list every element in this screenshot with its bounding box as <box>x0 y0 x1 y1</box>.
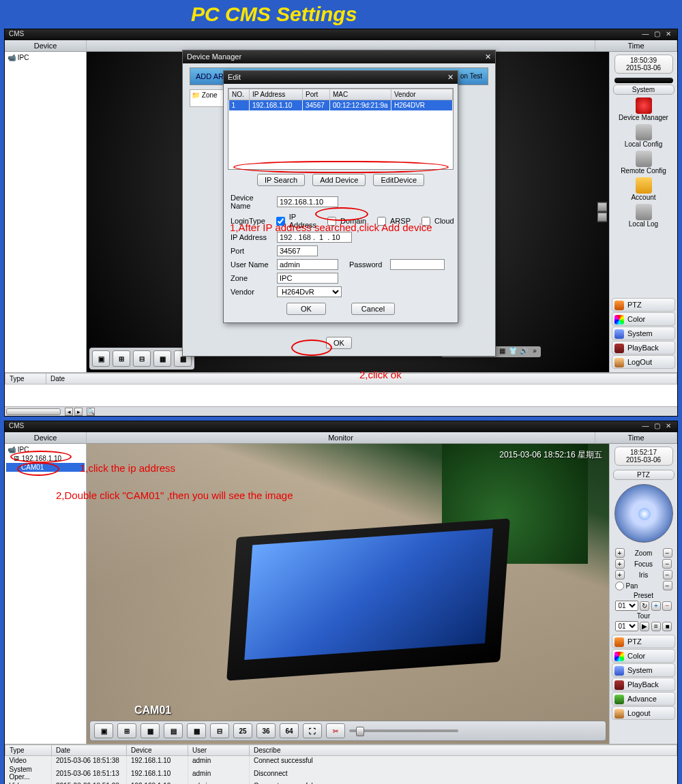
layout-16-icon[interactable]: ▦ <box>153 350 171 367</box>
volume-slider[interactable] <box>349 729 458 732</box>
preset-add-button[interactable]: + <box>651 601 661 611</box>
tb-layout1-icon[interactable]: ▣ <box>94 723 113 738</box>
tb-disconnect-icon[interactable]: ✂ <box>326 723 345 738</box>
osd-timestamp: 2015-03-06 18:52:16 星期五 <box>499 449 602 461</box>
tour-list-icon[interactable]: ≡ <box>651 622 661 631</box>
live-view[interactable]: 2015-03-06 18:52:16 星期五 CAM01 ▣ ⊞ ▦ ▤ ▩ … <box>87 444 609 744</box>
gear-icon <box>636 124 652 140</box>
layout-9-icon[interactable]: ⊟ <box>133 350 151 367</box>
search-icon[interactable]: 🔍 <box>87 408 95 416</box>
scroll-left-icon[interactable]: ◂ <box>65 408 73 416</box>
username-input[interactable] <box>277 259 338 270</box>
tb-36-button[interactable]: 36 <box>256 723 276 738</box>
zoom-in-button[interactable]: + <box>615 548 625 558</box>
zoom-out-button[interactable]: − <box>663 548 672 558</box>
result-row-selected[interactable]: 1 192.168.1.10 34567 00:12:12:9d:21:9a H… <box>229 100 453 111</box>
preset-select[interactable]: 01 <box>615 601 638 611</box>
sidemenu2-system[interactable]: System <box>612 663 675 677</box>
devname-label: Device Name <box>231 194 273 210</box>
tb-64-button[interactable]: 64 <box>280 723 299 738</box>
device-manager-button[interactable]: Device Manager <box>617 96 671 121</box>
tb-layout9-icon[interactable]: ▩ <box>187 723 206 738</box>
ok-button[interactable]: OK <box>286 303 326 315</box>
screen-icon <box>636 151 652 167</box>
tb-layout8-icon[interactable]: ▤ <box>164 723 183 738</box>
preset-del-button[interactable]: − <box>662 601 672 611</box>
shirt-icon[interactable]: 👕 <box>508 347 518 357</box>
pan-label: Pan <box>624 582 663 590</box>
iris-close-button[interactable]: − <box>663 570 672 579</box>
edit-dialog: Edit✕ NO. IP Address Port MAC Vendor 1 1… <box>223 70 458 323</box>
maximize-icon-2[interactable]: ▢ <box>652 422 662 429</box>
tb-layout4-icon[interactable]: ⊞ <box>117 723 136 738</box>
ptz-center-icon[interactable] <box>638 508 651 520</box>
password-input[interactable] <box>390 259 445 270</box>
nav-down-icon[interactable] <box>597 213 607 222</box>
sidemenu-ptz[interactable]: PTZ <box>612 298 675 312</box>
grid-icon[interactable]: ▦ <box>497 347 507 357</box>
tb-25-button[interactable]: 25 <box>233 723 252 738</box>
cell-no: 1 <box>229 100 250 111</box>
anno2-circle-cam <box>17 462 59 476</box>
edit-close-icon[interactable]: ✕ <box>447 73 454 82</box>
sidemenu-system[interactable]: System <box>612 327 675 340</box>
tb-fullscreen-icon[interactable]: ⛶ <box>303 723 322 738</box>
ptz-direction-pad[interactable] <box>614 484 673 543</box>
scroll-right-icon[interactable]: ▸ <box>74 408 83 416</box>
preset-go-icon[interactable]: ↻ <box>640 601 649 611</box>
account-button[interactable]: Account <box>617 176 671 201</box>
tb-layout16-icon[interactable]: ⊟ <box>210 723 229 738</box>
sidemenu2-color[interactable]: Color <box>612 649 675 663</box>
tour-select[interactable]: 01 <box>615 621 638 631</box>
tour-play-icon[interactable]: ▶ <box>640 622 649 631</box>
vendor-select[interactable]: H264DvR <box>277 286 342 297</box>
add-device-button[interactable]: Add Device <box>312 174 366 186</box>
alarm-icon <box>636 97 652 114</box>
device-tree-2[interactable]: 📹 IPC 🖥 192.168.1.10 CAM01 <box>5 444 87 744</box>
tree-root[interactable]: 📹 IPC <box>6 53 85 62</box>
edit-device-button[interactable]: EditDevice <box>373 174 424 186</box>
device-tree[interactable]: 📹 IPC <box>5 52 87 372</box>
sidemenu-logout[interactable]: LogOut <box>612 355 675 369</box>
volume-icon[interactable]: 🔊 <box>519 347 529 357</box>
app-name: CMS <box>9 30 24 40</box>
layout-1-icon[interactable]: ▣ <box>92 350 110 367</box>
header-time: Time <box>595 40 677 51</box>
scrollbar-thumb[interactable] <box>6 408 61 415</box>
scrollbar[interactable]: ◂ ▸ 🔍 <box>5 406 677 416</box>
devmgr-close-icon[interactable]: ✕ <box>485 52 491 61</box>
sidemenu2-advance[interactable]: Advance <box>612 692 675 706</box>
log2-col-user: User <box>188 745 250 756</box>
header2-time: Time <box>595 432 677 443</box>
ip-search-button[interactable]: IP Search <box>257 174 305 186</box>
remote-config-button[interactable]: Remote Config <box>617 149 671 175</box>
sidemenu2-logout[interactable]: Logout <box>612 706 675 720</box>
tour-stop-icon[interactable]: ■ <box>662 622 672 631</box>
local-config-button[interactable]: Local Config <box>617 123 671 148</box>
sidemenu-color[interactable]: Color <box>612 312 675 326</box>
pan-button[interactable]: − <box>663 581 672 590</box>
sidemenu2-playback[interactable]: PlayBack <box>612 678 675 691</box>
tb-layout6-icon[interactable]: ▦ <box>140 723 160 738</box>
minimize-icon[interactable]: — <box>640 30 650 37</box>
maximize-icon[interactable]: ▢ <box>652 30 662 37</box>
sidemenu-playback[interactable]: PlayBack <box>612 341 675 355</box>
iris-open-button[interactable]: + <box>615 570 625 579</box>
cancel-button[interactable]: Cancel <box>351 303 395 315</box>
pan-radio[interactable] <box>615 582 624 590</box>
focus-in-button[interactable]: + <box>615 559 625 569</box>
close-icon-2[interactable]: ✕ <box>664 422 673 429</box>
layout-4-icon[interactable]: ⊞ <box>113 350 130 367</box>
close-icon[interactable]: ✕ <box>664 30 673 37</box>
search-results-table[interactable]: NO. IP Address Port MAC Vendor 1 192.168… <box>228 88 454 170</box>
zone-input[interactable] <box>277 273 338 284</box>
ipaddr-input[interactable] <box>277 232 352 243</box>
focus-out-button[interactable]: − <box>662 559 672 569</box>
local-log-button[interactable]: Local Log <box>617 202 671 228</box>
port-input[interactable] <box>277 245 318 256</box>
minimize-icon-2[interactable]: — <box>640 422 650 429</box>
devname-input[interactable] <box>277 196 338 207</box>
nav-up-icon[interactable] <box>597 202 607 212</box>
more-icon[interactable]: » <box>530 347 539 357</box>
sidemenu2-ptz[interactable]: PTZ <box>612 635 675 648</box>
